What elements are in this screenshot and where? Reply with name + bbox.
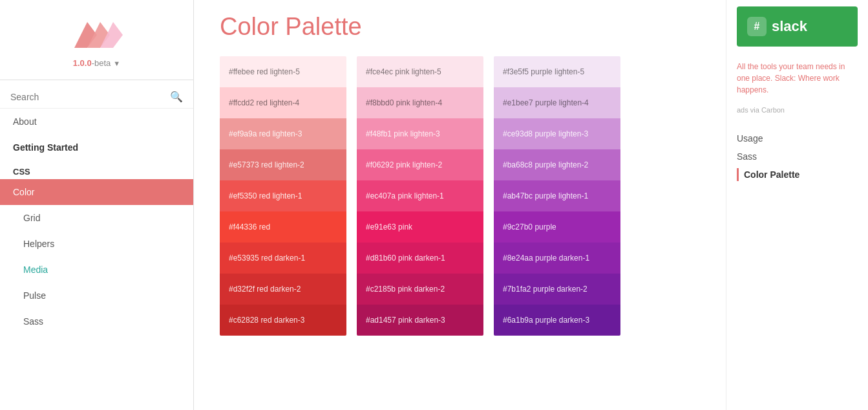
color-swatch: #f48fb1 pink lighten-3 (357, 118, 483, 149)
slack-ad-card[interactable]: # slack (737, 6, 858, 47)
color-swatch: #f06292 pink lighten-2 (357, 149, 483, 180)
color-swatch: #8e24aa purple darken-1 (494, 243, 620, 274)
color-swatch: #f44336 red (220, 211, 346, 243)
color-swatch: #ec407a pink lighten-1 (357, 180, 483, 211)
color-swatch: #ef9a9a red lighten-3 (220, 118, 346, 149)
version-text: 1.0.0-beta (73, 58, 111, 68)
ads-via-label: ads via Carbon (737, 106, 858, 114)
color-swatch: #c62828 red darken-3 (220, 305, 346, 336)
color-swatch: #c2185b pink darken-2 (357, 274, 483, 305)
main-content: Color Palette #ffebee red lighten-5#ffcd… (194, 0, 726, 410)
version-dropdown-icon[interactable]: ▼ (113, 59, 120, 67)
slack-ad-text: All the tools your team needs in one pla… (737, 61, 858, 96)
sidebar-group-css: CSS (0, 160, 193, 179)
sidebar-item-media[interactable]: Media (0, 257, 193, 283)
color-swatch: #d81b60 pink darken-1 (357, 243, 483, 274)
sidebar-divider (0, 80, 193, 80)
right-nav-color-palette[interactable]: Color Palette (737, 168, 858, 181)
color-swatch: #ba68c8 purple lighten-2 (494, 149, 620, 180)
color-swatch: #ffcdd2 red lighten-4 (220, 87, 346, 118)
slack-hash-icon: # (747, 17, 767, 36)
color-swatch: #e57373 red lighten-2 (220, 149, 346, 180)
sidebar-item-about[interactable]: About (0, 109, 193, 135)
sidebar-item-grid[interactable]: Grid (0, 205, 193, 231)
color-swatch: #d32f2f red darken-2 (220, 274, 346, 305)
search-icon[interactable]: 🔍 (170, 91, 183, 103)
color-swatch: #f3e5f5 purple lighten-5 (494, 56, 620, 87)
logo-area: 1.0.0-beta ▼ (0, 0, 193, 74)
color-palettes: #ffebee red lighten-5#ffcdd2 red lighten… (220, 56, 700, 336)
slack-logo: # slack (747, 17, 807, 36)
color-swatch: #e1bee7 purple lighten-4 (494, 87, 620, 118)
color-swatch: #ffebee red lighten-5 (220, 56, 346, 87)
color-swatch: #9c27b0 purple (494, 211, 620, 243)
search-row: 🔍 (0, 85, 193, 109)
color-swatch: #ef5350 red lighten-1 (220, 180, 346, 211)
sidebar-item-color[interactable]: Color (0, 179, 193, 205)
right-panel: # slack All the tools your team needs in… (726, 0, 868, 410)
right-nav-usage[interactable]: Usage (737, 132, 858, 145)
color-swatch: #ce93d8 purple lighten-3 (494, 118, 620, 149)
color-swatch: #ab47bc purple lighten-1 (494, 180, 620, 211)
color-swatch: #7b1fa2 purple darken-2 (494, 274, 620, 305)
color-swatch: #e53935 red darken-1 (220, 243, 346, 274)
sidebar-item-pulse[interactable]: Pulse (0, 283, 193, 308)
color-swatch: #fce4ec pink lighten-5 (357, 56, 483, 87)
color-swatch: #ad1457 pink darken-3 (357, 305, 483, 336)
sidebar-item-helpers[interactable]: Helpers (0, 231, 193, 257)
right-nav-sass[interactable]: Sass (737, 150, 858, 163)
version-row[interactable]: 1.0.0-beta ▼ (73, 58, 120, 68)
slack-name: slack (772, 18, 807, 35)
color-swatch: #f8bbd0 pink lighten-4 (357, 87, 483, 118)
logo-icon (68, 16, 126, 54)
search-input[interactable] (10, 92, 170, 102)
purple-color-column: #f3e5f5 purple lighten-5#e1bee7 purple l… (494, 56, 620, 336)
sidebar-item-sass[interactable]: Sass (0, 308, 193, 334)
sidebar-item-getting-started[interactable]: Getting Started (0, 135, 193, 160)
color-swatch: #6a1b9a purple darken-3 (494, 305, 620, 336)
page-title: Color Palette (220, 13, 700, 41)
right-nav: Usage Sass Color Palette (737, 132, 858, 181)
color-swatch: #e91e63 pink (357, 211, 483, 243)
sidebar: 1.0.0-beta ▼ 🔍 About Getting Started CSS… (0, 0, 194, 410)
pink-color-column: #fce4ec pink lighten-5#f8bbd0 pink light… (357, 56, 483, 336)
red-color-column: #ffebee red lighten-5#ffcdd2 red lighten… (220, 56, 346, 336)
